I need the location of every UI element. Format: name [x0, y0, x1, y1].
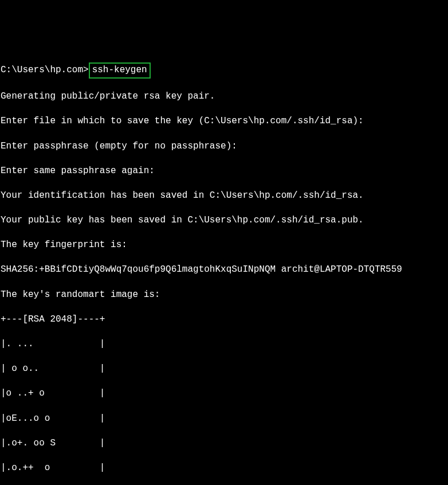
output-line: Your identification has been saved in C:… [1, 190, 448, 202]
prompt-line: C:\Users\hp.com>ssh-keygen [1, 62, 448, 79]
randomart-line: |. ... | [1, 338, 448, 351]
output-line: Generating public/private rsa key pair. [1, 91, 448, 103]
randomart-line: |.o+. oo S | [1, 437, 448, 450]
output-line: The key fingerprint is: [1, 239, 448, 252]
highlighted-command: ssh-keygen [89, 62, 151, 79]
terminal-window[interactable]: C:\Users\hp.com>ssh-keygen Generating pu… [0, 49, 448, 485]
prompt-prefix: C:\Users\hp.com> [1, 65, 89, 75]
randomart-line: +---[RSA 2048]----+ [1, 314, 448, 326]
output-line: SHA256:+BBifCDtiyQ8wWq7qou6fp9Q6lmagtohK… [1, 264, 448, 276]
randomart-line: |.o.++ o | [1, 462, 448, 475]
output-line: Enter passphrase (empty for no passphras… [1, 140, 448, 153]
randomart-line: |oE...o o | [1, 413, 448, 425]
randomart-line: |o ..+ o | [1, 388, 448, 400]
output-line: Your public key has been saved in C:\Use… [1, 214, 448, 227]
output-line: The key's randomart image is: [1, 289, 448, 302]
output-line: Enter same passphrase again: [1, 165, 448, 178]
randomart-line: | o o.. | [1, 363, 448, 376]
output-line: Enter file in which to save the key (C:\… [1, 115, 448, 128]
